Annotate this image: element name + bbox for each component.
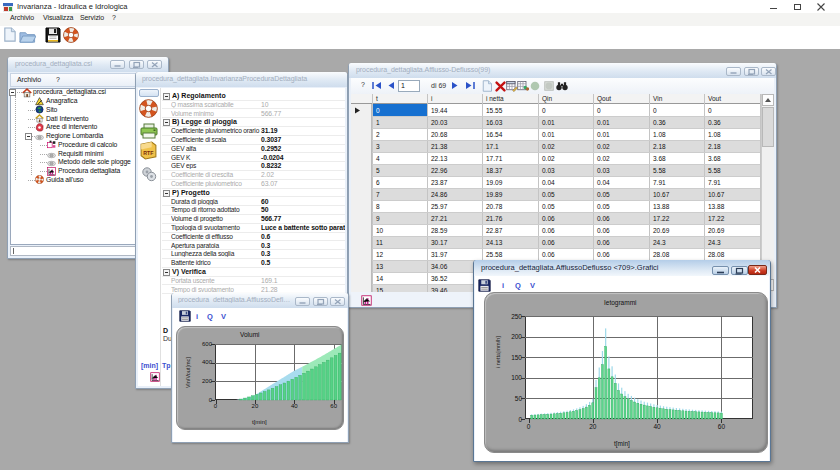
svg-text:RTF: RTF	[143, 150, 154, 156]
